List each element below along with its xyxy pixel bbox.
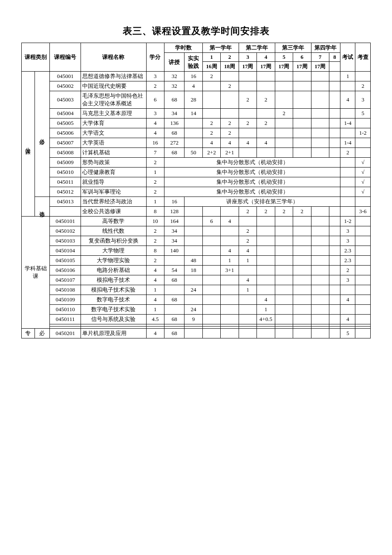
exam [340, 168, 355, 177]
exam: 1-2 [340, 217, 355, 226]
exam: 4 [340, 91, 355, 109]
sem3 [239, 148, 257, 158]
sem1 [202, 295, 220, 305]
sem4 [257, 236, 275, 246]
sem6 [293, 72, 311, 81]
table-row: 0450111信号与系统及实验4.56894+0.54 [22, 315, 371, 324]
course-number: 0450105 [50, 256, 81, 266]
lecture-hours: 68 [164, 91, 184, 109]
sem8 [329, 148, 340, 158]
sem1: 2 [202, 119, 220, 128]
lecture-hours: 32 [164, 81, 184, 91]
credit: 4 [146, 295, 164, 305]
exam [340, 158, 355, 168]
check: 3-6 [355, 207, 371, 217]
sem5 [275, 275, 293, 285]
sem4 [257, 275, 275, 285]
sem6 [293, 91, 311, 109]
th-name: 课程名称 [81, 43, 146, 72]
sem2 [221, 226, 239, 236]
sem5 [275, 226, 293, 236]
sem7 [311, 119, 329, 128]
th-year2: 第二学年 [239, 43, 275, 53]
lab-hours [184, 119, 202, 128]
th-category: 课程类别 [22, 43, 50, 72]
sem5 [275, 305, 293, 315]
th-w6: 17周 [293, 62, 311, 72]
sem1 [202, 246, 220, 256]
lecture-hours: 136 [164, 119, 184, 128]
sem8 [329, 246, 340, 256]
sem3: 1 [239, 285, 257, 295]
credit: 8 [146, 246, 164, 256]
th-w1: 16周 [202, 62, 220, 72]
credit: 1 [146, 285, 164, 295]
table-row: 045010心理健康教育1集中与分散形式（机动安排）√ [22, 168, 371, 177]
course-number: 0450108 [50, 285, 81, 295]
table-row: 专必0450201单片机原理及应用4685 [22, 329, 371, 338]
th-sem4: 4 [257, 53, 275, 62]
sem5 [275, 295, 293, 305]
check [355, 226, 371, 236]
sem2: 4 [221, 246, 239, 256]
sem6 [293, 305, 311, 315]
merged-note: 集中与分散形式（机动安排） [164, 177, 340, 187]
credit: 10 [146, 217, 164, 226]
table-body: 公共课必修045001思想道德修养与法律基础3321621045002中国近现代… [22, 72, 371, 338]
exam [340, 128, 355, 138]
credit: 1 [146, 168, 164, 177]
exam [340, 187, 355, 197]
th-sem1: 1 [202, 53, 220, 62]
th-number: 课程编号 [50, 43, 81, 72]
check [355, 148, 371, 158]
course-name: 复变函数与积分变换 [81, 236, 146, 246]
course-number: 0450101 [50, 217, 81, 226]
sem3 [239, 72, 257, 81]
course-name: 高等数学 [81, 217, 146, 226]
th-check: 考查 [355, 43, 371, 72]
lecture-hours: 164 [164, 217, 184, 226]
merged-note: 集中与分散形式（机动安排） [164, 168, 340, 177]
check [355, 72, 371, 81]
lab-hours [184, 295, 202, 305]
sem2: 2 [221, 128, 239, 138]
sem2: 1 [221, 256, 239, 266]
sem1: 2 [202, 72, 220, 81]
sem7 [311, 329, 329, 338]
exam: 3 [340, 275, 355, 285]
check [355, 315, 371, 324]
credit: 1 [146, 305, 164, 315]
credit: 2 [146, 256, 164, 266]
sem5: 2 [275, 109, 293, 119]
check: 3 [355, 91, 371, 109]
credit: 3 [146, 72, 164, 81]
course-name: 信号与系统及实验 [81, 315, 146, 324]
sem6: 2 [293, 207, 311, 217]
lab-hours [184, 329, 202, 338]
sem1 [202, 329, 220, 338]
check [355, 305, 371, 315]
lab-hours [184, 128, 202, 138]
table-row: 045003毛泽东思想与中国特色社会主义理论体系概述668282243 [22, 91, 371, 109]
sem2 [221, 275, 239, 285]
check: √ [355, 187, 371, 197]
check: 2 [355, 81, 371, 91]
credit: 4 [146, 329, 164, 338]
th-year3: 第三学年 [275, 43, 311, 53]
lecture-hours: 68 [164, 128, 184, 138]
lab-hours [184, 226, 202, 236]
lab-hours: 24 [184, 285, 202, 295]
sem1: 2 [202, 128, 220, 138]
sem3: 1 [239, 256, 257, 266]
sem4: 2 [257, 91, 275, 109]
sem6 [293, 217, 311, 226]
exam: 2 [340, 266, 355, 275]
course-name: 马克思主义基本原理 [81, 109, 146, 119]
sem7 [311, 246, 329, 256]
sem3 [239, 305, 257, 315]
sem1 [202, 305, 220, 315]
course-number: 0450111 [50, 315, 81, 324]
sem2 [221, 207, 239, 217]
sem1 [202, 81, 220, 91]
check [355, 295, 371, 305]
